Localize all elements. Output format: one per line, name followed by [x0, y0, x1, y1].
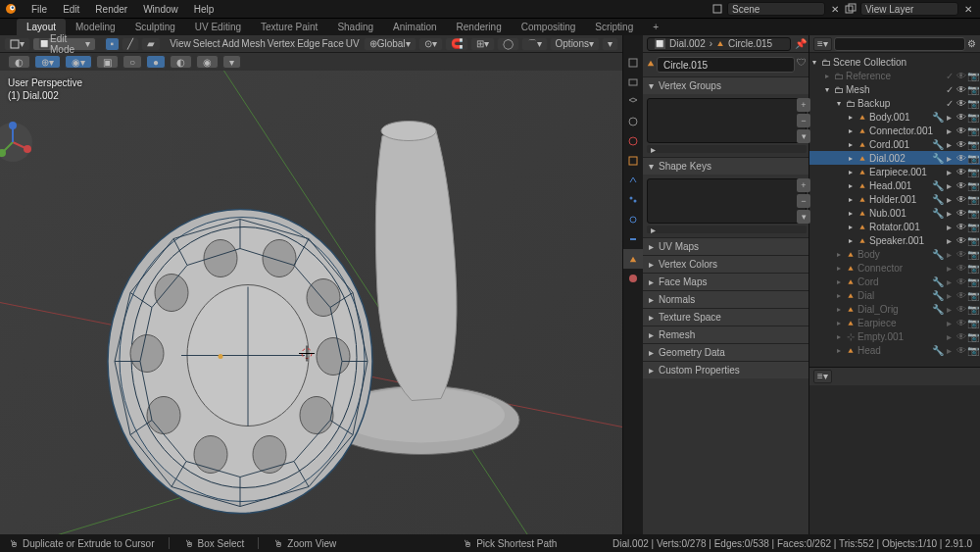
- proportional-type-icon[interactable]: ⌒▾: [521, 37, 548, 51]
- outliner-search-input[interactable]: [834, 37, 965, 51]
- select-icon[interactable]: ▸: [944, 276, 955, 287]
- pin-icon[interactable]: 📌: [795, 38, 807, 49]
- camera-icon[interactable]: 📷: [967, 194, 978, 205]
- select-icon[interactable]: ▸: [944, 125, 955, 136]
- snap-icon[interactable]: 🧲: [445, 37, 468, 51]
- select-icon[interactable]: ▸: [944, 290, 955, 301]
- ws-tab-texpaint[interactable]: Texture Paint: [251, 19, 327, 35]
- camera-icon[interactable]: 📷: [967, 125, 978, 136]
- select-icon[interactable]: ▸: [944, 167, 955, 177]
- ws-tab-add[interactable]: +: [643, 19, 668, 35]
- select-icon[interactable]: ▸: [944, 263, 955, 274]
- chevron-icon[interactable]: ▸: [846, 126, 856, 135]
- eye-icon[interactable]: 👁: [956, 304, 966, 315]
- prop-tab-material-icon[interactable]: [623, 269, 643, 288]
- layer-icon[interactable]: [843, 2, 858, 16]
- prop-tab-constraint-icon[interactable]: [623, 229, 643, 249]
- shade-solid-icon[interactable]: ●: [146, 55, 166, 69]
- exclude-icon[interactable]: ✓: [944, 98, 955, 109]
- outliner-type-icon[interactable]: ≡▾: [813, 37, 832, 51]
- eye-icon[interactable]: 👁: [956, 345, 966, 356]
- select-icon[interactable]: ▸: [944, 235, 955, 246]
- eye-icon[interactable]: 👁: [956, 180, 966, 191]
- lower-panel-type-icon[interactable]: ≡▾: [813, 370, 832, 383]
- eye-icon[interactable]: 👁: [956, 84, 966, 95]
- section-normals[interactable]: ▸Normals: [643, 291, 810, 308]
- eye-icon[interactable]: 👁: [956, 71, 966, 81]
- mesh-name-input[interactable]: [657, 57, 795, 73]
- shield-icon[interactable]: 🛡: [797, 57, 807, 73]
- chevron-icon[interactable]: ▸: [834, 250, 844, 259]
- prop-tab-world-icon[interactable]: [623, 131, 643, 151]
- camera-icon[interactable]: 📷: [967, 276, 978, 287]
- prop-tab-object-icon[interactable]: [623, 151, 643, 171]
- chevron-icon[interactable]: ▸: [834, 277, 844, 286]
- tree-row[interactable]: ▸Speaker.001▸👁📷: [809, 233, 980, 247]
- tree-row[interactable]: ▸Head🔧▸👁📷: [809, 343, 980, 357]
- section-geometry-data[interactable]: ▸Geometry Data: [643, 344, 810, 361]
- overlays-icon[interactable]: ◉▾: [65, 55, 92, 69]
- edge-select-icon[interactable]: ╱: [122, 37, 139, 51]
- ws-tab-compositing[interactable]: Compositing: [512, 19, 586, 35]
- chevron-icon[interactable]: ▸: [834, 291, 844, 300]
- vp-menu-view[interactable]: View: [170, 38, 191, 49]
- select-icon[interactable]: ▸: [944, 331, 955, 342]
- options-button[interactable]: Options ▾: [550, 37, 600, 51]
- tree-row[interactable]: ▾🗀Mesh✓👁📷: [809, 82, 980, 96]
- vp-menu-mesh[interactable]: Mesh: [241, 38, 265, 49]
- ws-tab-uv[interactable]: UV Editing: [185, 19, 251, 35]
- ws-tab-scripting[interactable]: Scripting: [585, 19, 643, 35]
- chevron-icon[interactable]: ▸: [846, 154, 856, 163]
- menu-window[interactable]: Window: [135, 4, 186, 15]
- select-icon[interactable]: ▸: [944, 222, 955, 232]
- vp-menu-uv[interactable]: UV: [346, 38, 360, 49]
- prop-tab-physics-icon[interactable]: [623, 210, 643, 229]
- exclude-icon[interactable]: ✓: [944, 84, 955, 95]
- chevron-icon[interactable]: ▸: [834, 305, 844, 314]
- menu-file[interactable]: File: [24, 4, 55, 15]
- 3d-viewport[interactable]: User Perspective (1) Dial.002: [0, 71, 622, 534]
- sk-add-icon[interactable]: +: [797, 178, 810, 192]
- tree-row[interactable]: ▸⊹Empty.001▸👁📷: [809, 329, 980, 343]
- layer-delete-icon[interactable]: ✕: [960, 2, 976, 16]
- snap-type-icon[interactable]: ⊞▾: [470, 37, 495, 51]
- select-icon[interactable]: ▸: [944, 112, 955, 123]
- eye-icon[interactable]: 👁: [956, 98, 966, 109]
- nav-gizmo-icon[interactable]: [0, 120, 612, 534]
- menu-edit[interactable]: Edit: [55, 4, 87, 15]
- eye-icon[interactable]: 👁: [956, 208, 966, 219]
- menu-help[interactable]: Help: [186, 4, 222, 15]
- chevron-icon[interactable]: ▸: [834, 332, 844, 341]
- section-custom-properties[interactable]: ▸Custom Properties: [643, 362, 810, 378]
- eye-icon[interactable]: 👁: [956, 139, 966, 150]
- chevron-icon[interactable]: ▸: [846, 113, 856, 122]
- camera-icon[interactable]: 📷: [967, 139, 978, 150]
- vg-menu-icon[interactable]: ▾: [797, 129, 810, 143]
- menu-render[interactable]: Render: [87, 4, 135, 15]
- outliner-tree[interactable]: ▾🗀Scene Collection ▸🗀Reference✓👁📷▾🗀Mesh✓…: [809, 53, 980, 367]
- tree-root[interactable]: ▾🗀Scene Collection: [809, 55, 980, 69]
- xray-icon[interactable]: ▣: [96, 55, 119, 69]
- vg-remove-icon[interactable]: −: [797, 114, 810, 127]
- tree-row[interactable]: ▸Dial_Orig🔧▸👁📷: [809, 302, 980, 316]
- mode-select[interactable]: 🔲 Edit Mode ▾: [32, 37, 96, 51]
- eye-icon[interactable]: 👁: [956, 290, 966, 301]
- eye-icon[interactable]: 👁: [956, 125, 966, 136]
- camera-icon[interactable]: 📷: [967, 153, 978, 164]
- exclude-icon[interactable]: ✓: [944, 71, 955, 81]
- camera-icon[interactable]: 📷: [967, 331, 978, 342]
- tree-row[interactable]: ▸Body.001🔧▸👁📷: [809, 110, 980, 124]
- view-layer-field[interactable]: View Layer: [860, 2, 958, 16]
- chevron-icon[interactable]: ▾: [834, 99, 844, 108]
- chevron-icon[interactable]: ▸: [846, 223, 856, 231]
- vp-menu-add[interactable]: Add: [222, 38, 240, 49]
- camera-icon[interactable]: 📷: [967, 222, 978, 232]
- pivot-icon[interactable]: ⊙▾: [418, 37, 443, 51]
- section-texture-space[interactable]: ▸Texture Space: [643, 309, 810, 326]
- tree-row[interactable]: ▸Body🔧▸👁📷: [809, 247, 980, 261]
- section-uv-maps[interactable]: ▸UV Maps: [643, 238, 810, 255]
- select-icon[interactable]: ▸: [944, 345, 955, 356]
- select-icon[interactable]: ▸: [944, 249, 955, 260]
- tree-row[interactable]: ▸Head.001🔧▸👁📷: [809, 178, 980, 192]
- prop-tab-modifier-icon[interactable]: [623, 171, 643, 190]
